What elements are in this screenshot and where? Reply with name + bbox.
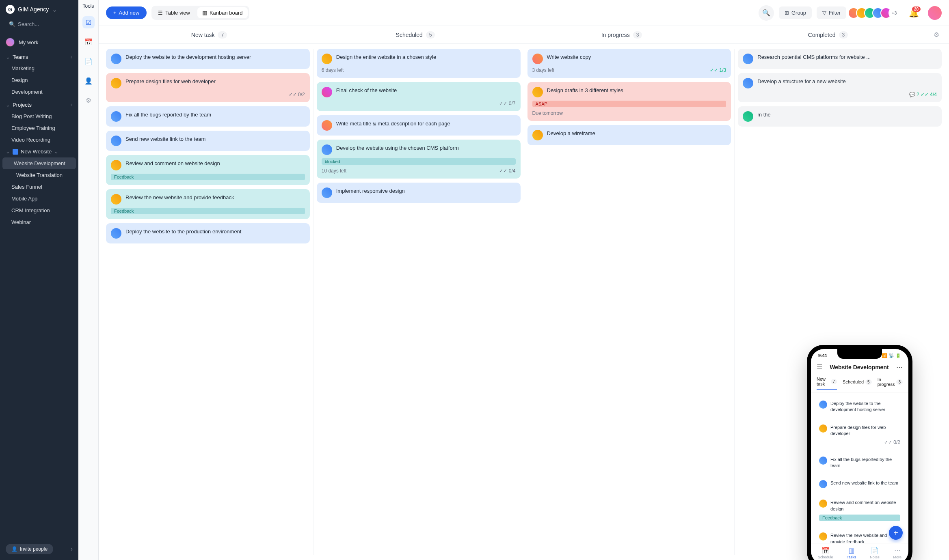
search-icon: 🔍	[9, 21, 15, 27]
task-card[interactable]: Review and comment on website designFeed…	[106, 155, 310, 185]
project-link[interactable]: Employee Training	[0, 122, 78, 134]
card-tag: blocked	[322, 158, 516, 165]
project-link[interactable]: CRM Integration	[0, 205, 78, 216]
notes-tool-icon[interactable]: 📄	[82, 55, 95, 67]
view-switcher: ☰ Table view ▥ Kanban board	[151, 6, 249, 20]
phone-time: 9:41	[818, 353, 827, 358]
task-card[interactable]: Develop a wireframe	[527, 125, 731, 145]
add-project-icon[interactable]: +	[69, 102, 73, 108]
profile-avatar[interactable]	[928, 6, 942, 20]
more-icon[interactable]: ⋯	[896, 363, 903, 371]
projects-section-header[interactable]: ⌄Projects +	[0, 98, 78, 110]
group-button[interactable]: ⊞Group	[779, 6, 812, 19]
task-card[interactable]: Send new website link to the team	[106, 131, 310, 151]
my-work-link[interactable]: My work	[0, 34, 78, 50]
task-card[interactable]: Send new website link to the team	[815, 476, 904, 492]
assignee-avatar	[111, 160, 121, 170]
card-title: Develop the website using the chosen CMS…	[336, 144, 459, 152]
teams-label: Teams	[13, 54, 28, 60]
teams-section-header[interactable]: ⌄Teams +	[0, 50, 78, 62]
phone-title: Website Development	[830, 364, 888, 370]
project-folder-new-website[interactable]: ⌄ New Website ⌄	[0, 146, 78, 157]
task-card[interactable]: Final check of the website✓✓ 0/7	[317, 82, 521, 111]
project-link[interactable]: Blog Post Writing	[0, 110, 78, 122]
phone-tab[interactable]: Scheduled5	[843, 377, 872, 390]
task-card[interactable]: Develop the website using the chosen CMS…	[317, 140, 521, 179]
phone-nav-more[interactable]: ⋯More	[893, 547, 902, 559]
assignee-avatar	[322, 187, 332, 198]
phone-add-button[interactable]: +	[889, 526, 903, 540]
task-card[interactable]: Review and comment on website designFeed…	[815, 495, 904, 525]
phone-nav-schedule[interactable]: 📅Schedule	[818, 547, 833, 559]
project-sublink-active[interactable]: Website Development	[2, 157, 76, 169]
workspace-switcher[interactable]: G GIM Agency ⌄	[0, 0, 78, 19]
search-input[interactable]: 🔍 Search...	[5, 19, 73, 30]
add-new-button[interactable]: + Add new	[106, 6, 147, 19]
card-title: Final check of the website	[336, 87, 397, 94]
card-progress: ✓✓ 0/2	[289, 92, 305, 97]
settings-tool-icon[interactable]: ⚙	[82, 94, 95, 106]
task-card[interactable]: Research potential CMS platforms for web…	[738, 49, 942, 69]
task-card[interactable]: Design the entire website in a chosen st…	[317, 49, 521, 78]
project-sublink[interactable]: Website Translation	[0, 169, 78, 181]
task-card[interactable]: Prepare design files for web developer✓✓…	[106, 73, 310, 102]
phone-tab[interactable]: New task7	[817, 377, 837, 390]
team-link[interactable]: Development	[0, 86, 78, 98]
project-link[interactable]: Sales Funnel	[0, 181, 78, 193]
user-avatar	[6, 38, 15, 47]
tasks-tool-icon[interactable]: ☑	[82, 16, 95, 28]
card-title: Deploy the website to the development ho…	[830, 401, 900, 413]
task-card[interactable]: Design drafts in 3 different stylesASAPD…	[527, 82, 731, 121]
task-card[interactable]: Deploy the website to the development ho…	[106, 49, 310, 69]
card-progress: ✓✓ 0/2	[884, 439, 900, 445]
task-card[interactable]: Implement responsive design	[317, 183, 521, 203]
col-count: 7	[218, 31, 227, 39]
kanban-view-tab[interactable]: ▥ Kanban board	[197, 7, 248, 18]
task-card[interactable]: Deploy the website to the production env…	[106, 223, 310, 243]
team-link[interactable]: Design	[0, 74, 78, 86]
menu-icon[interactable]: ☰	[817, 363, 822, 371]
project-link[interactable]: Mobile App	[0, 193, 78, 205]
phone-tab[interactable]: In progress3	[878, 377, 903, 390]
col-name: Scheduled	[396, 32, 423, 38]
board-settings-icon[interactable]: ⚙	[931, 31, 942, 39]
collaborator-avatars[interactable]: +3	[851, 7, 900, 19]
card-title: Fix all the bugs reported by the team	[125, 111, 211, 118]
task-card[interactable]: m the	[738, 106, 942, 127]
task-card[interactable]: Review the new website and provide feedb…	[106, 189, 310, 219]
task-card[interactable]: Write meta title & meta description for …	[317, 115, 521, 136]
tools-rail: Tools ☑ 📅 📄 👤 ⚙	[78, 0, 99, 560]
chevron-right-icon[interactable]: ›	[71, 545, 73, 553]
card-title: Design the entire website in a chosen st…	[336, 54, 436, 61]
phone-nav-notes[interactable]: 📄Notes	[870, 547, 880, 559]
filter-button[interactable]: ▽Filter	[817, 6, 846, 19]
chevron-down-icon: ⌄	[52, 6, 57, 13]
search-button[interactable]: 🔍	[759, 5, 774, 21]
calendar-tool-icon[interactable]: 📅	[82, 36, 95, 48]
phone-tabs: New task7 Scheduled5 In progress3	[811, 374, 908, 392]
task-card[interactable]: Write website copy3 days left✓✓ 1/3	[527, 49, 731, 78]
project-link[interactable]: Webinar	[0, 216, 78, 228]
task-card[interactable]: Fix all the bugs reported by the team	[106, 106, 310, 127]
card-title: Develop a structure for a new website	[757, 78, 846, 85]
task-card[interactable]: Deploy the website to the development ho…	[815, 396, 904, 417]
task-card[interactable]: Fix all the bugs reported by the team	[815, 452, 904, 473]
avatar-overflow[interactable]: +3	[888, 7, 900, 19]
phone-nav-tasks[interactable]: ▥Tasks	[847, 547, 856, 559]
task-card[interactable]: Prepare design files for web developer✓✓…	[815, 420, 904, 449]
table-view-tab[interactable]: ☰ Table view	[153, 7, 195, 18]
assignee-avatar	[819, 457, 827, 465]
people-tool-icon[interactable]: 👤	[82, 75, 95, 87]
table-view-label: Table view	[165, 10, 190, 16]
invite-people-button[interactable]: 👤 Invite people	[6, 544, 53, 554]
column-inprogress: Write website copy3 days left✓✓ 1/3Desig…	[524, 49, 735, 555]
add-team-icon[interactable]: +	[69, 54, 73, 60]
team-link[interactable]: Marketing	[0, 62, 78, 74]
task-card[interactable]: Develop a structure for a new website💬 2…	[738, 73, 942, 102]
more-icon: ⋯	[894, 547, 901, 554]
column-header: Completed3	[725, 31, 931, 39]
notifications-button[interactable]: 🔔 20	[909, 8, 919, 18]
card-title: Design drafts in 3 different styles	[547, 87, 623, 94]
project-link[interactable]: Video Recording	[0, 134, 78, 146]
workspace-name: GIM Agency	[18, 6, 49, 13]
